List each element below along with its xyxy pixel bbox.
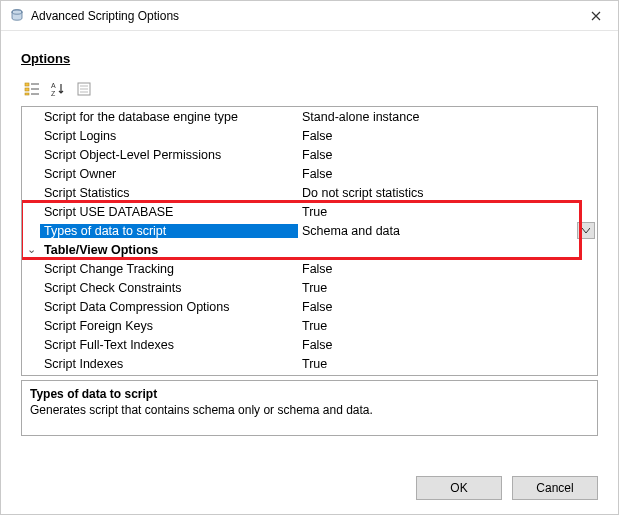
titlebar: Advanced Scripting Options [1, 1, 618, 31]
property-pages-button[interactable] [73, 78, 95, 100]
property-value[interactable]: False [298, 167, 597, 181]
property-name: Script Logins [40, 129, 298, 143]
property-value[interactable]: False [298, 148, 597, 162]
grid-row[interactable]: Script Data Compression Options False [22, 297, 597, 316]
property-name: Script Data Compression Options [40, 300, 298, 314]
property-value[interactable]: Do not script statistics [298, 186, 597, 200]
property-value[interactable]: True [298, 357, 597, 371]
property-value[interactable]: False [298, 338, 597, 352]
grid-row[interactable]: Script Owner False [22, 164, 597, 183]
category-name: Table/View Options [40, 243, 298, 257]
property-name: Script Foreign Keys [40, 319, 298, 333]
grid-row[interactable]: Script Logins False [22, 126, 597, 145]
cancel-button[interactable]: Cancel [512, 476, 598, 500]
expander-icon[interactable]: ⌄ [22, 240, 40, 259]
property-name: Script USE DATABASE [40, 205, 298, 219]
options-label: Options [21, 51, 598, 66]
grid-row[interactable]: Script Full-Text Indexes False [22, 335, 597, 354]
svg-text:A: A [51, 82, 56, 89]
grid-row[interactable]: Script USE DATABASE True [22, 202, 597, 221]
svg-rect-4 [25, 93, 29, 95]
property-value[interactable]: True [298, 205, 597, 219]
close-button[interactable] [573, 1, 618, 31]
property-grid-scroll[interactable]: Script for the database engine type Stan… [22, 107, 597, 375]
property-name: Script Check Constraints [40, 281, 298, 295]
grid-row[interactable]: Script Object-Level Permissions False [22, 145, 597, 164]
alphabetical-button[interactable]: A Z [47, 78, 69, 100]
property-value[interactable]: False [298, 300, 597, 314]
grid-row[interactable]: Script Foreign Keys True [22, 316, 597, 335]
property-value[interactable]: False [298, 129, 597, 143]
description-panel: Types of data to script Generates script… [21, 380, 598, 436]
grid-row[interactable]: Script Statistics Do not script statisti… [22, 183, 597, 202]
property-name: Script Owner [40, 167, 298, 181]
categorized-button[interactable] [21, 78, 43, 100]
property-value[interactable]: Schema and data [298, 224, 577, 238]
toolbar: A Z [21, 76, 598, 102]
content-area: Options A Z [1, 31, 618, 436]
property-value[interactable]: True [298, 319, 597, 333]
property-name: Types of data to script [40, 224, 298, 238]
dropdown-button[interactable] [577, 222, 595, 239]
property-name: Script Change Tracking [40, 262, 298, 276]
grid-row[interactable]: Script Change Tracking False [22, 259, 597, 278]
svg-rect-2 [25, 83, 29, 86]
grid-row[interactable]: Script Check Constraints True [22, 278, 597, 297]
grid-row[interactable]: Script Indexes True [22, 354, 597, 373]
property-value[interactable]: False [298, 262, 597, 276]
property-name: Script for the database engine type [40, 110, 298, 124]
grid-row-selected[interactable]: Types of data to script Schema and data [22, 221, 597, 240]
property-name: Script Object-Level Permissions [40, 148, 298, 162]
button-bar: OK Cancel [416, 476, 598, 500]
description-title: Types of data to script [30, 387, 589, 401]
grid-row[interactable]: Script for the database engine type Stan… [22, 107, 597, 126]
property-value[interactable]: Stand-alone instance [298, 110, 597, 124]
svg-text:Z: Z [51, 90, 56, 97]
grid-category[interactable]: ⌄ Table/View Options [22, 240, 597, 259]
property-grid: Script for the database engine type Stan… [21, 106, 598, 376]
property-name: Script Full-Text Indexes [40, 338, 298, 352]
description-text: Generates script that contains schema on… [30, 403, 589, 417]
grid-row[interactable]: Script Primary Keys True [22, 373, 597, 375]
svg-rect-3 [25, 88, 29, 91]
window-title: Advanced Scripting Options [31, 9, 573, 23]
property-value[interactable]: True [298, 281, 597, 295]
property-name: Script Statistics [40, 186, 298, 200]
property-name: Script Indexes [40, 357, 298, 371]
app-icon [9, 8, 25, 24]
ok-button[interactable]: OK [416, 476, 502, 500]
